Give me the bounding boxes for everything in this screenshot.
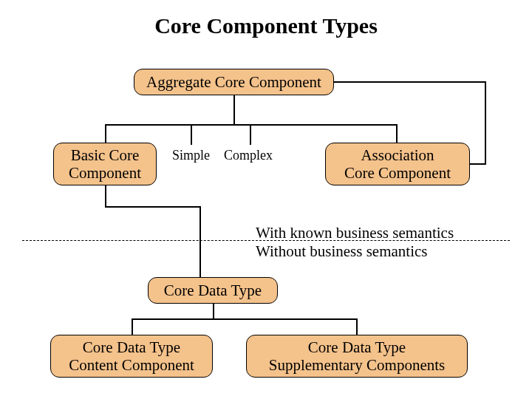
- connector-line: [105, 124, 106, 143]
- text-without-semantics: Without business semantics: [256, 242, 427, 261]
- connector-line: [334, 81, 486, 83]
- edge-label-complex: Complex: [224, 148, 273, 163]
- connector-line: [485, 81, 486, 165]
- connector-line: [105, 206, 201, 208]
- diagram-title: Core Component Types: [0, 13, 532, 38]
- dashed-divider: [22, 240, 510, 241]
- box-aggregate-core-component: Aggregate Core Component: [134, 69, 334, 95]
- connector-line: [250, 124, 251, 145]
- connector-line: [470, 163, 486, 165]
- edge-label-simple: Simple: [172, 148, 210, 163]
- connector-line: [105, 185, 106, 206]
- connector-line: [396, 124, 398, 143]
- box-basic-core-component: Basic Core Component: [53, 143, 157, 185]
- connector-line: [132, 318, 358, 320]
- connector-line: [105, 124, 398, 126]
- connector-line: [191, 124, 192, 145]
- connector-line: [200, 206, 201, 277]
- connector-line: [132, 318, 133, 335]
- connector-line: [213, 304, 214, 318]
- box-core-data-type-supplementary-components: Core Data Type Supplementary Components: [246, 335, 468, 378]
- box-core-data-type: Core Data Type: [148, 277, 278, 304]
- box-core-data-type-content-component: Core Data Type Content Component: [50, 335, 213, 378]
- connector-line: [356, 318, 358, 335]
- box-association-core-component: Association Core Component: [325, 143, 470, 185]
- connector-line: [233, 95, 235, 124]
